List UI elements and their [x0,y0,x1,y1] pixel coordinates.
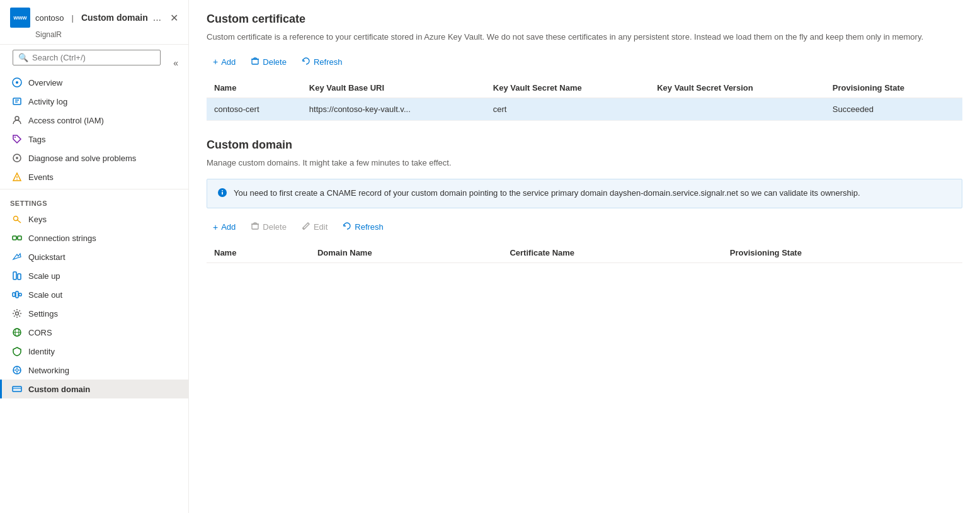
sidebar-item-settings[interactable]: Settings [0,304,188,323]
sidebar-item-events[interactable]: Events [0,167,188,186]
sidebar-item-scale-out[interactable]: Scale out [0,285,188,304]
svg-rect-2 [13,98,21,104]
sidebar-navigation: Overview Activity log Access control (IA… [0,70,188,513]
sidebar-item-connection-strings[interactable]: Connection strings [0,228,188,247]
sidebar-item-label: Events [28,172,54,182]
add-icon: + [213,222,218,232]
svg-rect-21 [16,291,18,298]
more-options-icon[interactable]: ... [153,12,161,23]
domain-col-name: Name [207,243,310,263]
svg-point-5 [15,116,19,120]
svg-point-23 [16,312,19,315]
sidebar-item-label: Keys [28,215,47,224]
brand-subtitle: SignalR [35,30,178,39]
cert-add-button[interactable]: + Add [207,54,242,70]
domain-refresh-button[interactable]: Refresh [336,218,390,235]
svg-rect-18 [13,272,16,279]
brand-icon: www [10,8,30,28]
svg-rect-15 [13,236,16,240]
cert-secret-version-cell [649,98,825,120]
identity-icon [12,346,22,356]
add-icon: + [213,57,218,67]
edit-icon [302,222,311,232]
domain-table: Name Domain Name Certificate Name Provis… [207,243,962,263]
domain-add-button[interactable]: + Add [207,219,242,235]
tags-icon [12,134,22,144]
sidebar-item-label: Connection strings [28,234,96,243]
cert-col-secret-name: Key Vault Secret Name [486,78,649,98]
sidebar-header: www contoso | Custom domain ... ✕ Signal… [0,0,188,45]
domain-col-cert-name: Certificate Name [502,243,722,263]
domain-col-domain-name: Domain Name [310,243,502,263]
sidebar-item-activity-log[interactable]: Activity log [0,92,188,111]
brand-page: Custom domain [81,13,148,23]
domain-section-title: Custom domain [207,138,962,152]
svg-point-13 [14,217,18,221]
svg-point-1 [16,81,18,84]
sidebar-item-networking[interactable]: Networking [0,361,188,380]
sidebar-item-overview[interactable]: Overview [0,73,188,92]
activity-log-icon [12,96,22,106]
brand-name: contoso [35,13,64,23]
sidebar-item-diagnose[interactable]: Diagnose and solve problems [0,149,188,167]
sidebar-item-access-control[interactable]: Access control (IAM) [0,111,188,130]
domain-delete-button[interactable]: Delete [244,218,293,235]
settings-icon [12,308,22,319]
sidebar-item-label: Access control (IAM) [28,116,104,125]
table-row[interactable]: contoso-cert https://contoso-key-vault.v… [207,98,962,120]
cors-icon [12,327,22,337]
svg-rect-43 [252,224,258,229]
svg-line-14 [18,220,21,223]
domain-section-desc: Manage custom domains. It might take a f… [207,157,962,169]
sidebar-item-label: Overview [28,78,62,87]
sidebar-item-label: Diagnose and solve problems [28,154,136,163]
cert-section-desc: Custom certificate is a reference to you… [207,31,962,43]
access-control-icon [12,115,22,125]
cert-col-secret-version: Key Vault Secret Version [649,78,825,98]
cert-col-uri: Key Vault Base URI [302,78,486,98]
info-text: You need to first create a CNAME record … [234,187,860,200]
settings-section-label: Settings [0,192,188,210]
info-banner: You need to first create a CNAME record … [207,179,962,208]
events-icon [12,172,22,182]
close-button[interactable]: ✕ [170,12,178,24]
sidebar-item-label: Activity log [28,97,67,106]
sidebar-item-cors[interactable]: CORS [0,323,188,342]
sidebar-item-label: Settings [28,309,58,319]
overview-icon [12,77,22,87]
info-icon [217,188,227,200]
search-icon: 🔍 [18,53,28,62]
delete-icon [251,222,259,232]
sidebar-item-label: Tags [28,135,45,144]
networking-icon [12,365,22,375]
sidebar-item-scale-up[interactable]: Scale up [0,266,188,285]
cert-delete-button[interactable]: Delete [244,54,293,70]
search-input[interactable] [32,53,155,62]
sidebar-item-label: Quickstart [28,252,66,262]
svg-rect-22 [19,293,21,296]
cert-section: Custom certificate Custom certificate is… [207,13,962,121]
domain-edit-button[interactable]: Edit [295,218,334,235]
delete-icon [251,57,259,67]
domain-toolbar: + Add Delete Edit [207,218,962,235]
domain-col-state: Provisioning State [722,243,962,263]
cert-table: Name Key Vault Base URI Key Vault Secret… [207,78,962,121]
sidebar-item-identity[interactable]: Identity [0,342,188,361]
brand: www contoso | Custom domain ... [10,8,161,28]
collapse-button[interactable]: « [168,55,183,70]
domain-section: Custom domain Manage custom domains. It … [207,138,962,264]
svg-rect-20 [13,293,15,296]
sidebar-item-label: Networking [28,366,69,375]
cert-refresh-button[interactable]: Refresh [295,54,349,70]
main-content: Custom certificate Custom certificate is… [189,0,980,513]
svg-point-28 [16,369,18,371]
cert-col-state: Provisioning State [825,78,962,98]
sidebar-item-label: Scale up [28,271,60,281]
sidebar-item-custom-domain[interactable]: Custom domain [0,380,188,398]
cert-section-title: Custom certificate [207,13,962,26]
sidebar-item-tags[interactable]: Tags [0,130,188,149]
sidebar-item-quickstart[interactable]: Quickstart [0,247,188,266]
cert-state-cell: Succeeded [825,98,962,120]
sidebar-item-keys[interactable]: Keys [0,210,188,228]
svg-rect-35 [252,59,258,64]
